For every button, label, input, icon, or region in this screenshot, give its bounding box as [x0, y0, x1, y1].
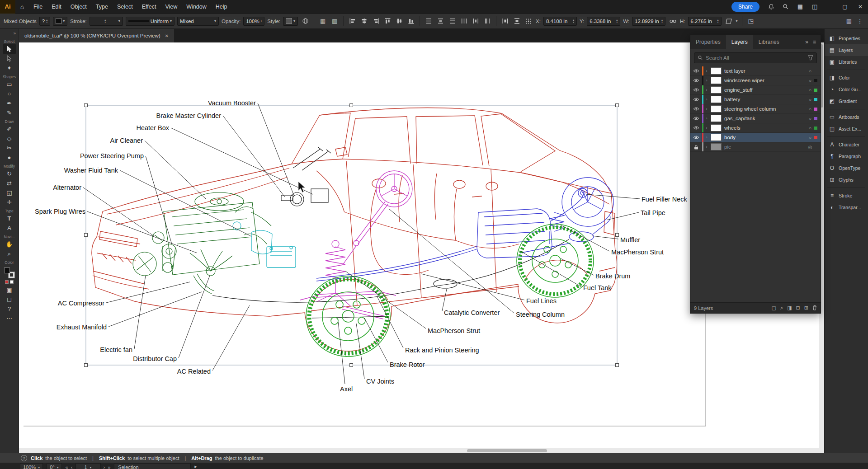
- expand-chevron-icon[interactable]: ›: [703, 88, 710, 92]
- visibility-eye-icon[interactable]: [690, 66, 702, 75]
- dock-item-gradient[interactable]: ◩Gradient: [825, 95, 868, 107]
- callout-label[interactable]: AC Compressor: [58, 300, 104, 307]
- layer-thumbnail[interactable]: [711, 115, 722, 122]
- callout-label[interactable]: Vacuum Booster: [208, 99, 256, 107]
- visibility-eye-icon[interactable]: [690, 95, 702, 104]
- rotation-select[interactable]: 0°▾: [47, 463, 62, 469]
- fill-stroke-swatches[interactable]: [4, 267, 14, 278]
- layer-row-body[interactable]: › body ○: [690, 133, 821, 142]
- dock-item-character[interactable]: ACharacter: [825, 139, 868, 150]
- direct-selection-tool[interactable]: [3, 54, 16, 63]
- layer-row-steering-wheel-column[interactable]: › steering wheel column ○: [690, 104, 821, 114]
- layer-name[interactable]: battery: [724, 97, 806, 102]
- layer-name[interactable]: wheels: [724, 125, 806, 131]
- free-transform-tool[interactable]: ✛: [3, 197, 16, 207]
- layer-name[interactable]: steering wheel column: [724, 106, 806, 112]
- reference-point-icon[interactable]: [524, 17, 533, 26]
- dock-item-stroke[interactable]: ≡Stroke: [825, 190, 868, 202]
- document-setup-globe-icon[interactable]: [301, 17, 310, 26]
- collapse-toolbar-icon[interactable]: »: [13, 30, 19, 38]
- callout-label[interactable]: Exhaust Manifold: [57, 324, 107, 331]
- app-logo[interactable]: Ai: [0, 0, 15, 14]
- last-artboard-icon[interactable]: »: [108, 464, 110, 469]
- dock-item-libraries[interactable]: ▣Libraries: [825, 56, 868, 68]
- distribute-left-icon[interactable]: [459, 17, 468, 26]
- scale-tool[interactable]: ◱: [3, 188, 16, 197]
- next-artboard-icon[interactable]: ›: [104, 464, 105, 469]
- distribute-v-space-icon[interactable]: [512, 17, 521, 26]
- distribute-h-space-icon[interactable]: [500, 17, 509, 26]
- visibility-eye-icon[interactable]: [690, 133, 702, 142]
- target-circle-icon[interactable]: ○: [806, 97, 814, 102]
- panel-menu-icon[interactable]: ≡: [813, 39, 816, 45]
- close-button[interactable]: ✕: [854, 0, 867, 14]
- distribute-v-center-icon[interactable]: [436, 17, 445, 26]
- previous-artboard-icon[interactable]: ‹: [71, 464, 73, 469]
- touch-type-tool[interactable]: A: [3, 223, 16, 233]
- layer-name[interactable]: pic: [724, 144, 806, 150]
- preferences-grid-icon[interactable]: ▦: [318, 17, 327, 26]
- eraser-tool[interactable]: ◇: [3, 134, 16, 143]
- arrange-documents-icon[interactable]: ◫: [808, 0, 821, 14]
- callout-label[interactable]: Fuel Filler Neck: [642, 196, 687, 203]
- opacity-field[interactable]: 100%›: [243, 17, 264, 26]
- visibility-eye-icon[interactable]: [690, 104, 702, 113]
- search-icon[interactable]: [779, 0, 792, 14]
- layer-name[interactable]: engine_stuff: [724, 87, 806, 93]
- new-sublayer-icon[interactable]: ⊟: [796, 305, 800, 311]
- transform-dropdown-caret[interactable]: ▾: [736, 19, 738, 23]
- menu-edit[interactable]: Edit: [47, 0, 66, 14]
- expand-chevron-icon[interactable]: ›: [703, 97, 710, 102]
- draw-behind-mode-icon[interactable]: ◻: [3, 295, 16, 304]
- dock-item-artboards[interactable]: ▭Artboards: [825, 111, 868, 123]
- layer-thumbnail[interactable]: [711, 105, 722, 113]
- layer-row-engine-stuff[interactable]: › engine_stuff ○: [690, 85, 821, 95]
- share-button[interactable]: Share: [731, 2, 760, 12]
- filter-funnel-icon[interactable]: [808, 55, 813, 61]
- layer-thumbnail[interactable]: [711, 67, 722, 75]
- expand-chevron-icon[interactable]: ›: [703, 78, 710, 83]
- zoom-select[interactable]: 100%▾: [20, 463, 43, 469]
- callout-label[interactable]: Axel: [340, 385, 353, 393]
- horizontal-scrollbar-thumb[interactable]: [467, 449, 547, 452]
- target-circle-icon[interactable]: ○: [806, 78, 814, 83]
- layer-row-wheels[interactable]: › wheels ○: [690, 123, 821, 133]
- callout-label[interactable]: Electric fan: [100, 346, 132, 353]
- callout-label[interactable]: Heater Box: [136, 124, 169, 131]
- expand-chevron-icon[interactable]: ›: [703, 116, 710, 121]
- align-bottom-icon[interactable]: [406, 17, 415, 26]
- callout-label[interactable]: Fuel Lines: [526, 297, 557, 305]
- layer-thumbnail[interactable]: [711, 96, 722, 103]
- dock-item-opentype[interactable]: OOpenType: [825, 162, 868, 174]
- collapse-panel-icon[interactable]: »: [805, 39, 808, 45]
- notifications-bell-icon[interactable]: [765, 0, 778, 14]
- callout-label[interactable]: Tail Pipe: [641, 209, 665, 216]
- callout-label[interactable]: Catalytic Converter: [444, 309, 500, 316]
- distribute-h-center-icon[interactable]: [471, 17, 480, 26]
- fill-swatch[interactable]: [4, 267, 10, 273]
- w-field[interactable]: 12.8929 in▴▾: [632, 17, 665, 26]
- new-layer-icon[interactable]: ⊞: [804, 305, 808, 311]
- layer-thumbnail[interactable]: [711, 143, 722, 150]
- locate-object-icon[interactable]: ⌕: [780, 305, 783, 311]
- callout-label[interactable]: Spark Plug Wires: [35, 208, 85, 215]
- layer-row-gas-cap-tank[interactable]: › gas_cap/tank ○: [690, 114, 821, 123]
- visibility-eye-icon[interactable]: [690, 76, 702, 85]
- layer-row-pic[interactable]: › pic ◎: [690, 142, 821, 152]
- expand-chevron-icon[interactable]: ›: [703, 135, 710, 140]
- style-dropdown[interactable]: ▾: [283, 17, 298, 26]
- layer-thumbnail[interactable]: [711, 86, 722, 94]
- more-options-icon[interactable]: ⋮: [855, 17, 864, 26]
- target-circle-icon[interactable]: ◎: [806, 145, 814, 150]
- tab-layers[interactable]: Layers: [726, 35, 753, 49]
- callout-label[interactable]: Steering Column: [516, 311, 565, 318]
- menu-type[interactable]: Type: [91, 0, 113, 14]
- snap-options-icon[interactable]: ▦: [844, 17, 854, 26]
- menu-view[interactable]: View: [160, 0, 182, 14]
- callout-label[interactable]: AC Related: [177, 368, 211, 375]
- paintbrush-tool[interactable]: ✐: [3, 124, 16, 134]
- stroke-profile-dropdown[interactable]: Uniform▾: [126, 17, 175, 26]
- dock-item-layers[interactable]: ▤Layers: [825, 44, 868, 56]
- tab-properties[interactable]: Properties: [690, 35, 726, 49]
- target-circle-icon[interactable]: ○: [806, 116, 814, 121]
